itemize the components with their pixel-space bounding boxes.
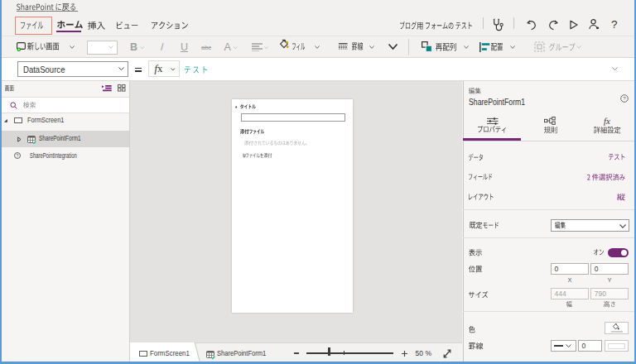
svg-text:?: ? (623, 95, 626, 101)
svg-text:?: ? (16, 153, 18, 158)
